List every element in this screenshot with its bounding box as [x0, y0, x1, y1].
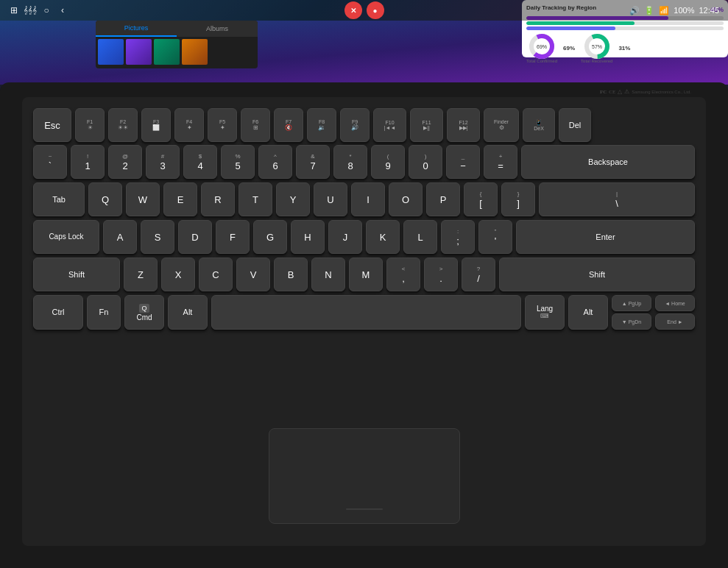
key-b[interactable]: B	[274, 258, 308, 291]
key-y[interactable]: Y	[276, 182, 310, 216]
music-icon[interactable]: 𝄞𝄞𝄞	[25, 5, 35, 15]
key-m[interactable]: M	[349, 258, 383, 291]
key-w[interactable]: W	[126, 182, 160, 216]
key-ralt[interactable]: Alt	[568, 295, 608, 330]
key-space[interactable]	[211, 295, 521, 330]
key-capslock[interactable]: Caps Lock	[33, 220, 99, 254]
back-icon[interactable]: ‹	[57, 5, 68, 15]
key-pgup[interactable]: ▲ PgUp	[612, 295, 651, 311]
key-lang[interactable]: Lang ⌨	[525, 295, 565, 330]
touchpad[interactable]	[269, 428, 460, 524]
key-q[interactable]: Q	[88, 182, 122, 216]
key-lalt[interactable]: Alt	[168, 295, 208, 330]
key-semicolon[interactable]: :;	[441, 220, 475, 254]
key-8[interactable]: *8	[333, 145, 367, 179]
key-3[interactable]: #3	[146, 145, 180, 179]
photo-thumbnails	[96, 37, 258, 67]
key-1[interactable]: !1	[71, 145, 105, 179]
key-u[interactable]: U	[314, 182, 347, 216]
key-lshift[interactable]: Shift	[33, 258, 120, 291]
key-f9[interactable]: F9🔊	[340, 108, 370, 142]
circle-icon[interactable]: ○	[41, 5, 52, 15]
key-f2[interactable]: F2☀☀	[108, 108, 138, 142]
key-f8[interactable]: F8🔉	[307, 108, 336, 142]
key-2[interactable]: @2	[108, 145, 142, 179]
key-o[interactable]: O	[389, 182, 423, 216]
key-e[interactable]: E	[163, 182, 197, 216]
key-del[interactable]: Del	[559, 108, 591, 142]
caps-row: Caps Lock A S D F G H J K L :; "' Enter	[33, 220, 695, 254]
key-v[interactable]: V	[236, 258, 270, 291]
key-pgdn[interactable]: ▼ PgDn	[612, 313, 651, 330]
key-f6[interactable]: F6⊞	[241, 108, 270, 142]
key-p[interactable]: P	[426, 182, 460, 216]
status-bar: ⊞ 𝄞𝄞𝄞 ○ ‹ ✕ ● 🔊 🔋 📶 100% 12:45	[0, 0, 728, 21]
key-fn[interactable]: Fn	[87, 295, 121, 330]
key-backtick[interactable]: ~`	[33, 145, 67, 179]
key-c[interactable]: C	[199, 258, 233, 291]
photos-tab-pictures[interactable]: Pictures	[96, 21, 177, 37]
key-f12[interactable]: F12▶▶|	[447, 108, 480, 142]
key-d[interactable]: D	[178, 220, 212, 254]
notification-1[interactable]: ✕	[344, 1, 362, 19]
key-minus[interactable]: _−	[446, 145, 480, 179]
volume-icon: 🔊	[629, 6, 640, 15]
key-k[interactable]: K	[366, 220, 400, 254]
key-quote[interactable]: "'	[478, 220, 512, 254]
touchpad-divider	[346, 508, 383, 510]
fn-row: Esc F1☀ F2☀☀ F3⬜ F4✦ F5✦ F6⊞ F7🔇 F8🔉 F9🔊…	[33, 108, 695, 142]
key-cmd[interactable]: Q Cmd	[124, 295, 164, 330]
key-f10[interactable]: F10|◄◄	[373, 108, 406, 142]
key-f1[interactable]: F1☀	[75, 108, 105, 142]
key-9[interactable]: (9	[371, 145, 405, 179]
key-r[interactable]: R	[201, 182, 235, 216]
key-g[interactable]: G	[253, 220, 287, 254]
key-backspace[interactable]: Backspace	[521, 145, 695, 179]
key-i[interactable]: I	[351, 182, 385, 216]
key-slash[interactable]: ?/	[462, 258, 495, 291]
key-rshift[interactable]: Shift	[499, 258, 695, 291]
key-f11[interactable]: F11▶||	[410, 108, 443, 142]
notification-2[interactable]: ●	[367, 1, 384, 19]
key-f7[interactable]: F7🔇	[274, 108, 303, 142]
key-5[interactable]: %5	[221, 145, 255, 179]
regulatory-area: FC CE △ ⚠ Samsung Electronics Co., Ltd.	[600, 88, 691, 95]
photos-tab-albums[interactable]: Albums	[177, 21, 258, 37]
key-enter[interactable]: Enter	[516, 220, 695, 254]
grid-icon[interactable]: ⊞	[9, 5, 19, 15]
key-backslash[interactable]: |\	[539, 182, 695, 216]
key-6[interactable]: ^6	[258, 145, 292, 179]
key-lbracket[interactable]: {[	[464, 182, 498, 216]
key-f3[interactable]: F3⬜	[141, 108, 171, 142]
key-x[interactable]: X	[161, 258, 195, 291]
key-7[interactable]: &7	[296, 145, 330, 179]
photos-app-window[interactable]: Pictures Albums	[96, 21, 258, 68]
key-comma[interactable]: <,	[386, 258, 420, 291]
key-rbracket[interactable]: }]	[501, 182, 535, 216]
key-esc[interactable]: Esc	[33, 108, 71, 142]
key-j[interactable]: J	[328, 220, 362, 254]
key-4[interactable]: $4	[183, 145, 217, 179]
time-display: 12:45	[699, 6, 719, 15]
key-f5[interactable]: F5✦	[208, 108, 237, 142]
key-s[interactable]: S	[141, 220, 174, 254]
key-tab[interactable]: Tab	[33, 182, 85, 216]
key-a[interactable]: A	[103, 220, 137, 254]
key-t[interactable]: T	[238, 182, 272, 216]
key-l[interactable]: L	[403, 220, 437, 254]
key-finder[interactable]: Finder⚙	[484, 108, 519, 142]
key-h[interactable]: H	[291, 220, 325, 254]
key-end[interactable]: End ►	[655, 313, 695, 330]
key-equals[interactable]: +=	[484, 145, 517, 179]
key-dex[interactable]: 📱DeX	[523, 108, 555, 142]
key-0[interactable]: )0	[409, 145, 442, 179]
key-n[interactable]: N	[311, 258, 345, 291]
status-right: 🔊 🔋 📶 100% 12:45	[629, 6, 719, 15]
key-ctrl[interactable]: Ctrl	[33, 295, 83, 330]
key-z[interactable]: Z	[124, 258, 158, 291]
key-home[interactable]: ◄ Home	[655, 295, 695, 311]
key-period[interactable]: >.	[424, 258, 458, 291]
key-f[interactable]: F	[216, 220, 250, 254]
number-row: ~` !1 @2 #3 $4 %5 ^6 &7 *8 (9 )0 _− += B…	[33, 145, 695, 179]
key-f4[interactable]: F4✦	[174, 108, 204, 142]
